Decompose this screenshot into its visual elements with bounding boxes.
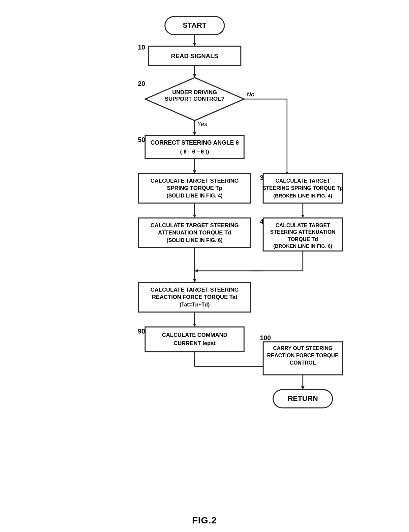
command-current-1: CALCULATE COMMAND [162, 332, 227, 338]
reaction-torque-3: (Tat=Tp+Td) [179, 302, 209, 307]
carry-out-2: REACTION FORCE TORQUE [267, 353, 339, 358]
spring-torque-solid-3: (SOLID LINE IN FIG. 4) [167, 193, 223, 198]
reaction-torque-1: CALCULATE TARGET STEERING [150, 287, 239, 293]
command-current-2: CURRENT Iepst [173, 340, 216, 346]
read-signals: READ SIGNALS [171, 53, 218, 59]
atten-torque-broken-3: TORQUE Td [288, 236, 318, 242]
atten-torque-broken-2: STEERING ATTENUATION [270, 229, 335, 235]
label-50: 50 [138, 136, 145, 143]
correct-angle-1: CORRECT STEERING ANGLE θ [150, 139, 239, 146]
no-label: No [247, 91, 254, 98]
svg-marker-25 [195, 269, 198, 272]
atten-torque-broken-4: (BROKEN LINE IN FIG. 6) [273, 243, 332, 249]
spring-torque-broken-3: (BROKEN LINE IN FIG. 4) [273, 193, 332, 198]
reaction-torque-2: REACTION FORCE TORQUE Tat [152, 294, 237, 300]
yes-label: Yes [197, 121, 207, 127]
spring-torque-solid-1: CALCULATE TARGET STEERING [150, 178, 239, 184]
spring-torque-solid-2: SPRING TORQUE Tp [167, 185, 222, 191]
label-90: 90 [138, 328, 145, 335]
atten-torque-solid-1: CALCULATE TARGET STEERING [150, 222, 239, 229]
decision-text-1: UNDER DRIVING [172, 89, 217, 95]
spring-torque-broken-1: CALCULATE TARGET [275, 178, 330, 184]
atten-torque-solid-3: (SOLID LINE IN FIG. 6) [167, 237, 223, 243]
carry-out-1: CARRY OUT STEERING [273, 345, 332, 351]
spring-torque-broken-2: STEERING SPRING TORQUE Tp [263, 185, 343, 191]
svg-rect-9 [145, 135, 244, 159]
carry-out-3: CONTROL [290, 360, 316, 366]
label-100: 100 [260, 334, 271, 341]
return-label: RETURN [288, 394, 318, 403]
flowchart-svg: START 10 READ SIGNALS 20 UNDER DRIVING S… [56, 10, 353, 505]
figure-caption: FIG.2 [192, 515, 217, 526]
correct-angle-2: ( θ←θ－θ t) [180, 149, 209, 155]
label-10: 10 [138, 44, 145, 51]
diagram-container: START 10 READ SIGNALS 20 UNDER DRIVING S… [23, 10, 386, 526]
svg-rect-32 [145, 327, 244, 352]
start-label: START [183, 21, 206, 29]
label-20: 20 [138, 80, 145, 87]
atten-torque-broken-1: CALCULATE TARGET [275, 223, 330, 228]
decision-text-2: SUPPORT CONTROL? [165, 96, 224, 102]
atten-torque-solid-2: ATTENUATION TORQUE Td [158, 230, 231, 236]
